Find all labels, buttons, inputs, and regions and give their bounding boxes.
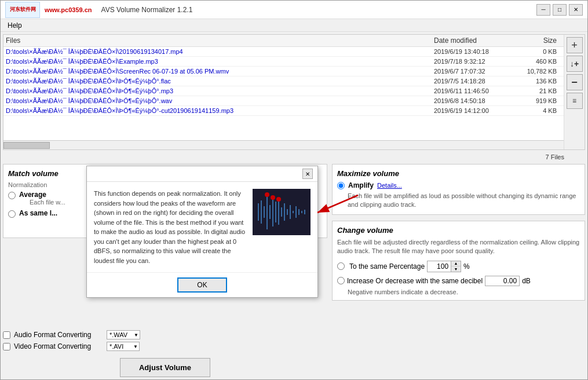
dialog-overlay: ✕ This function depends on peak normaliz… xyxy=(1,1,587,379)
dialog-close-button[interactable]: ✕ xyxy=(302,169,313,179)
info-dialog: ✕ This function depends on peak normaliz… xyxy=(86,166,318,298)
dialog-body: This function depends on peak normalizat… xyxy=(87,182,317,272)
dialog-footer: OK xyxy=(87,272,317,297)
ok-button[interactable]: OK xyxy=(177,277,227,293)
dialog-waveform-image xyxy=(253,189,311,235)
svg-line-39 xyxy=(317,195,358,213)
arrow-svg xyxy=(312,189,364,218)
svg-point-35 xyxy=(265,192,269,197)
arrow-annotation xyxy=(312,189,364,220)
waveform-svg xyxy=(253,189,311,235)
svg-point-36 xyxy=(271,195,275,200)
dialog-text: This function depends on peak normalizat… xyxy=(94,189,246,265)
main-window: 河东软件网 www.pc0359.cn AVS Volume Normalize… xyxy=(0,0,588,380)
svg-point-37 xyxy=(276,197,281,202)
dialog-titlebar: ✕ xyxy=(87,166,317,182)
